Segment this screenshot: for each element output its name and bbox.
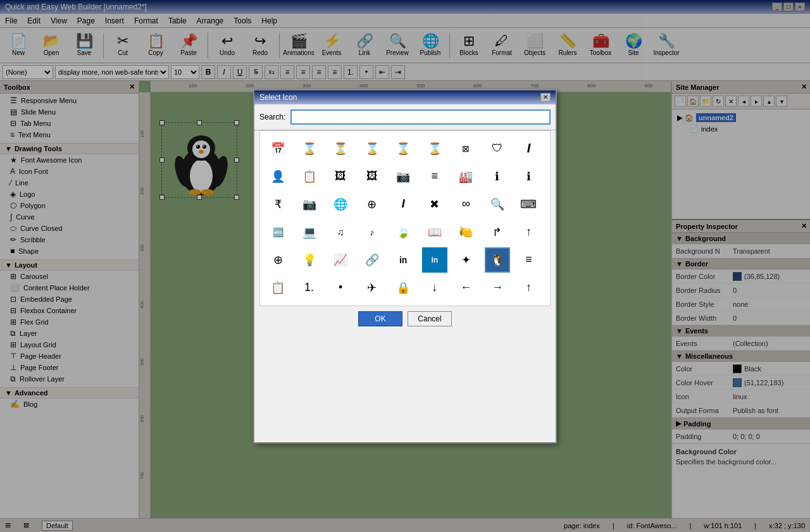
icon-item-hourglass4[interactable]: ⌛	[390, 136, 416, 161]
ok-button[interactable]: OK	[358, 311, 402, 326]
icon-item-jsfiddle[interactable]: ∞	[453, 192, 478, 217]
icon-item-list-ol[interactable]: 1.	[297, 275, 322, 300]
icon-item-long-arrow-left[interactable]: ←	[453, 275, 478, 300]
icon-item-image[interactable]: 🖼	[359, 164, 385, 189]
icon-item-lastfm-square[interactable]: ♪	[359, 220, 385, 245]
icon-item-list-alt[interactable]: 📋	[265, 275, 290, 300]
icon-item-industry[interactable]: 🏭	[453, 164, 478, 189]
icon-item-html5-shield[interactable]: 🛡	[485, 136, 510, 161]
icon-item-leaf[interactable]: 🍃	[390, 220, 416, 245]
icon-item-lemon-o[interactable]: 🍋	[453, 220, 478, 245]
icon-item-internet-explorer[interactable]: 🌐	[328, 192, 353, 217]
icon-item-location-arrow[interactable]: ✈	[359, 275, 385, 300]
icon-item-laptop[interactable]: 💻	[297, 220, 322, 245]
select-icon-dialog: Select Icon ✕ Search: 📅 ⌛ ⏳ ⌛ ⌛ ⌛ ⊠ 🛡 I …	[253, 89, 557, 443]
icon-item-hourglass3[interactable]: ⌛	[359, 136, 385, 161]
icon-item-i-cursor[interactable]: I	[516, 136, 541, 161]
icon-item-hourglass2[interactable]: ⏳	[328, 136, 353, 161]
icon-item-id-card-o[interactable]: 🖼	[328, 164, 353, 189]
icon-item-linux[interactable]: 🐧	[485, 247, 510, 273]
icon-item-html5[interactable]: ⊠	[453, 136, 478, 161]
search-input[interactable]	[290, 109, 551, 125]
icon-item-level-up[interactable]: ↑	[516, 220, 541, 245]
icon-item-linkedin-square[interactable]: in	[422, 247, 447, 273]
icon-item-language[interactable]: 🔤	[265, 220, 290, 245]
icon-item-indent[interactable]: ≡	[422, 164, 447, 189]
icon-item-inr[interactable]: ₹	[265, 192, 290, 217]
icon-item-id-card[interactable]: 📋	[297, 164, 322, 189]
icon-item-instagram[interactable]: 📷	[297, 192, 322, 217]
icon-item-long-arrow-up[interactable]: ↑	[516, 275, 541, 300]
icon-item-joomla[interactable]: ✖	[422, 192, 447, 217]
icon-item-image2[interactable]: 📷	[390, 164, 416, 189]
icon-item-leanpub[interactable]: 📖	[422, 220, 447, 245]
icon-item-level-down[interactable]: ↱	[485, 220, 510, 245]
icon-item-info-circle[interactable]: ℹ	[516, 164, 541, 189]
icon-item-long-arrow-down[interactable]: ↓	[422, 275, 447, 300]
icon-item-linode[interactable]: ✦	[453, 247, 478, 273]
icon-item-list-ul[interactable]: •	[328, 275, 353, 300]
icon-item-linkedin[interactable]: in	[390, 247, 416, 273]
modal-footer: OK Cancel	[254, 306, 556, 331]
icon-item-long-arrow-right[interactable]: →	[485, 275, 510, 300]
icon-item-life-ring[interactable]: ⊕	[265, 247, 290, 273]
icon-item-link[interactable]: 🔗	[359, 247, 385, 273]
modal-search-bar: Search:	[254, 104, 556, 130]
icon-item-id-badge[interactable]: 👤	[265, 164, 290, 189]
modal-overlay: Select Icon ✕ Search: 📅 ⌛ ⏳ ⌛ ⌛ ⌛ ⊠ 🛡 I …	[0, 0, 810, 532]
icon-item-lastfm[interactable]: ♫	[328, 220, 353, 245]
modal-title: Select Icon	[259, 93, 297, 102]
modal-close-button[interactable]: ✕	[540, 93, 551, 102]
icon-item-intersex[interactable]: ⊕	[359, 192, 385, 217]
icon-item-info[interactable]: ℹ	[485, 164, 510, 189]
icon-item-lock[interactable]: 🔒	[390, 275, 416, 300]
icon-grid: 📅 ⌛ ⏳ ⌛ ⌛ ⌛ ⊠ 🛡 I 👤 📋 🖼 🖼 📷 ≡ 🏭 ℹ ℹ ₹ 📷 …	[259, 130, 551, 306]
icon-item-key[interactable]: 🔍	[485, 192, 510, 217]
icon-item-line-chart[interactable]: 📈	[328, 247, 353, 273]
icon-item-keyboard-o[interactable]: ⌨	[516, 192, 541, 217]
icon-item-italic[interactable]: I	[390, 192, 416, 217]
search-label: Search:	[259, 113, 285, 121]
modal-header: Select Icon ✕	[254, 90, 556, 104]
icon-item-hourglass1[interactable]: ⌛	[297, 136, 322, 161]
icon-item-list[interactable]: ≡	[516, 247, 541, 273]
icon-item-calendar[interactable]: 📅	[265, 136, 290, 161]
icon-item-lightbulb-o[interactable]: 💡	[297, 247, 322, 273]
icon-item-hourglass5[interactable]: ⌛	[422, 136, 447, 161]
cancel-button[interactable]: Cancel	[408, 311, 452, 326]
